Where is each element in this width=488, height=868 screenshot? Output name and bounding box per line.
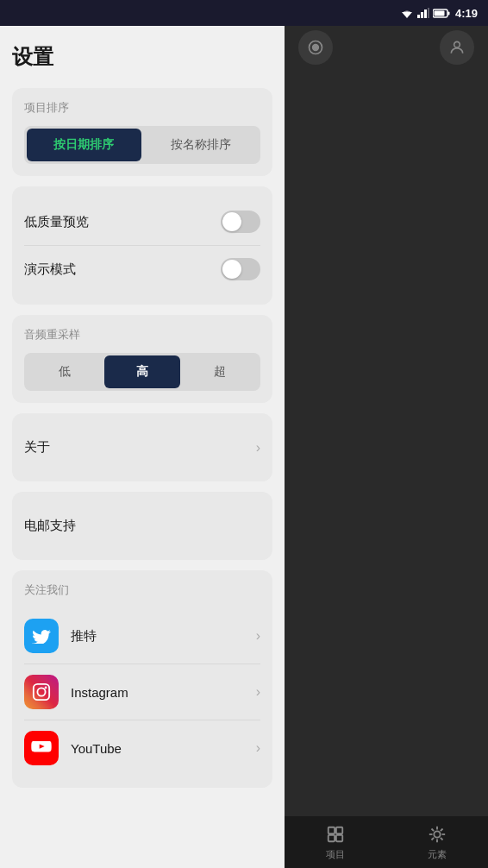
user-icon[interactable] <box>440 30 474 65</box>
svg-rect-8 <box>447 11 449 15</box>
svg-line-26 <box>441 838 443 840</box>
email-support-nav-item[interactable]: 电邮支持 <box>24 504 260 548</box>
resample-high-button[interactable]: 高 <box>104 355 179 388</box>
svg-rect-6 <box>428 8 429 18</box>
page-title: 设置 <box>12 43 272 71</box>
twitter-left: 推特 <box>24 619 97 653</box>
youtube-graphic <box>31 741 52 755</box>
svg-rect-3 <box>417 15 420 18</box>
svg-point-14 <box>313 45 319 51</box>
youtube-name: YouTube <box>71 741 122 756</box>
svg-rect-9 <box>434 10 444 16</box>
svg-line-27 <box>441 828 443 831</box>
toggles-section: 低质量预览 演示模式 <box>12 186 272 305</box>
projects-icon <box>324 823 347 846</box>
svg-rect-18 <box>328 835 335 841</box>
record-icon[interactable] <box>298 30 333 65</box>
svg-rect-4 <box>421 12 423 18</box>
resample-low-button[interactable]: 低 <box>27 355 102 388</box>
instagram-item[interactable]: Instagram › <box>24 664 260 720</box>
twitter-item[interactable]: 推特 › <box>24 608 260 664</box>
svg-rect-17 <box>336 827 342 833</box>
time-display: 4:19 <box>455 7 478 20</box>
wifi-icon <box>400 8 414 18</box>
youtube-icon <box>24 731 59 765</box>
battery-icon <box>433 9 450 18</box>
status-bar: 4:19 <box>0 0 488 26</box>
instagram-left: Instagram <box>24 675 128 709</box>
demo-mode-toggle-row: 演示模式 <box>24 245 260 292</box>
sort-by-date-button[interactable]: 按日期排序 <box>27 129 141 161</box>
follow-label: 关注我们 <box>24 582 260 598</box>
settings-panel: 设置 项目排序 按日期排序 按名称排序 低质量预览 演示模式 音频重采样 低 高… <box>0 0 285 868</box>
twitter-name: 推特 <box>71 628 97 645</box>
right-panel <box>285 0 488 868</box>
svg-line-28 <box>431 838 434 840</box>
signal-icon <box>417 8 429 18</box>
about-card[interactable]: 关于 › <box>12 413 272 481</box>
twitter-bird <box>32 628 51 644</box>
record-graphic <box>307 39 324 56</box>
svg-rect-5 <box>424 9 427 18</box>
sort-section: 项目排序 按日期排序 按名称排序 <box>12 88 272 176</box>
about-chevron-icon: › <box>256 440 260 456</box>
instagram-icon <box>24 675 59 709</box>
status-icons <box>400 8 450 18</box>
twitter-icon <box>24 619 59 653</box>
svg-point-12 <box>45 687 47 689</box>
svg-point-15 <box>454 41 460 47</box>
demo-mode-toggle[interactable] <box>221 258 260 280</box>
instagram-graphic <box>32 682 51 701</box>
svg-line-25 <box>431 828 434 831</box>
youtube-chevron-icon: › <box>256 740 260 756</box>
svg-rect-19 <box>336 835 342 841</box>
youtube-item[interactable]: YouTube › <box>24 720 260 776</box>
low-quality-label: 低质量预览 <box>24 214 89 230</box>
svg-point-20 <box>434 831 440 837</box>
instagram-name: Instagram <box>71 685 128 700</box>
demo-mode-label: 演示模式 <box>24 261 76 278</box>
sort-label: 项目排序 <box>24 100 260 116</box>
sort-by-name-button[interactable]: 按名称排序 <box>144 129 259 161</box>
resample-button-group: 低 高 超 <box>24 353 260 391</box>
projects-tab[interactable]: 项目 <box>324 823 347 861</box>
user-graphic <box>448 39 466 56</box>
about-nav-item[interactable]: 关于 › <box>24 425 260 469</box>
sort-button-group: 按日期排序 按名称排序 <box>24 126 260 164</box>
svg-rect-16 <box>328 827 335 833</box>
follow-section: 关注我们 推特 › <box>12 570 272 788</box>
low-quality-toggle-row: 低质量预览 <box>24 198 260 245</box>
toggle-knob <box>222 212 241 231</box>
elements-tab-label: 元素 <box>428 848 447 861</box>
bottom-nav: 项目 元素 <box>285 816 488 868</box>
elements-graphic <box>428 825 447 844</box>
svg-rect-10 <box>34 684 49 700</box>
elements-tab[interactable]: 元素 <box>426 823 448 861</box>
resample-ultra-button[interactable]: 超 <box>183 355 258 388</box>
email-support-card[interactable]: 电邮支持 <box>12 492 272 560</box>
resample-section: 音频重采样 低 高 超 <box>12 315 272 403</box>
elements-icon <box>426 823 448 846</box>
svg-point-11 <box>37 688 45 695</box>
twitter-chevron-icon: › <box>256 628 260 644</box>
youtube-left: YouTube <box>24 731 122 765</box>
about-label: 关于 <box>24 439 50 456</box>
email-support-label: 电邮支持 <box>24 518 76 534</box>
resample-label: 音频重采样 <box>24 327 260 343</box>
toggle-knob-2 <box>222 260 241 279</box>
projects-tab-label: 项目 <box>326 848 345 861</box>
low-quality-toggle[interactable] <box>221 211 260 233</box>
instagram-chevron-icon: › <box>256 684 260 700</box>
projects-graphic <box>326 825 345 844</box>
